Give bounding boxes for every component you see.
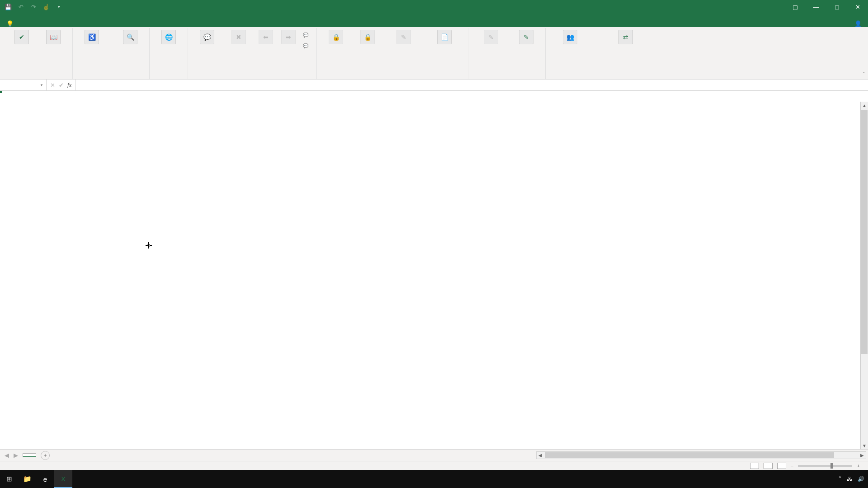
- next-sheet-icon[interactable]: ▶: [14, 452, 18, 459]
- quick-access-toolbar: 💾 ↶ ↷ ☝ ▾: [0, 2, 63, 11]
- horizontal-scrollbar[interactable]: ◀ ▶: [536, 451, 866, 459]
- hide-ink-button[interactable]: ✎: [511, 28, 542, 46]
- redo-icon[interactable]: ↷: [29, 2, 38, 11]
- compare-workbooks-button[interactable]: ⇄: [592, 28, 660, 46]
- start-button[interactable]: ⊞: [0, 470, 18, 488]
- normal-view-button[interactable]: [750, 463, 759, 469]
- scroll-thumb[interactable]: [545, 452, 834, 458]
- unshare-workbook-button[interactable]: 📄: [425, 28, 464, 46]
- spelling-button[interactable]: ✔: [6, 28, 37, 46]
- spreadsheet-grid[interactable]: ▲ ▼: [0, 91, 868, 449]
- cancel-icon: ✕: [50, 82, 55, 89]
- status-bar: − +: [0, 461, 868, 470]
- protect-sheet-button: 🔒: [321, 28, 351, 46]
- allow-edit-ranges-button: ✎: [384, 28, 424, 46]
- formula-input[interactable]: [75, 80, 868, 90]
- smart-lookup-button[interactable]: 🔍: [115, 28, 146, 46]
- page-break-button[interactable]: [777, 463, 786, 469]
- next-comment-button: ➡: [278, 28, 299, 46]
- name-box[interactable]: ▼: [0, 80, 47, 90]
- tray-chevron-icon[interactable]: ˄: [839, 476, 841, 482]
- enter-icon: ✔: [59, 82, 64, 89]
- toggle-comment-button: 💬: [300, 30, 313, 40]
- scroll-right-icon[interactable]: ▶: [859, 453, 866, 458]
- edge-icon[interactable]: e: [36, 470, 54, 488]
- start-ink-button: ✎: [472, 28, 510, 46]
- chevron-down-icon: ▼: [40, 83, 43, 87]
- delete-comment-button: ✖: [223, 28, 254, 46]
- zoom-out-button[interactable]: −: [791, 463, 794, 469]
- page-layout-button[interactable]: [764, 463, 773, 469]
- collapse-ribbon-icon[interactable]: ˄: [863, 71, 865, 77]
- sheet-tab-active[interactable]: [23, 453, 36, 457]
- share-icon: 👤: [854, 20, 862, 27]
- prev-comment-button: ⬅: [255, 28, 277, 46]
- ribbon: ✔ 📖 ♿ 🔍 🌐 💬 ✖ ⬅ ➡ 💬 💬: [0, 27, 868, 80]
- scroll-thumb[interactable]: [861, 110, 868, 354]
- new-comment-button[interactable]: 💬: [192, 28, 222, 46]
- close-button[interactable]: ✕: [847, 0, 868, 14]
- prev-sheet-icon[interactable]: ◀: [5, 452, 9, 459]
- title-bar: 💾 ↶ ↷ ☝ ▾ ▢ — ◻ ✕: [0, 0, 868, 14]
- save-icon[interactable]: 💾: [4, 2, 13, 11]
- sound-icon[interactable]: 🔊: [858, 476, 864, 482]
- zoom-slider[interactable]: [798, 465, 852, 467]
- touch-icon[interactable]: ☝: [42, 2, 51, 11]
- minimize-button[interactable]: —: [806, 0, 826, 14]
- cell-selection: [0, 91, 2, 93]
- formula-bar: ▼ ✕ ✔ fx: [0, 80, 868, 91]
- file-explorer-icon[interactable]: 📁: [18, 470, 36, 488]
- vertical-scrollbar[interactable]: ▲ ▼: [860, 102, 868, 449]
- scroll-down-icon[interactable]: ▼: [862, 442, 867, 449]
- taskbar: ⊞ 📁 e X ˄ 🖧 🔊: [0, 470, 868, 488]
- protect-workbook-button: 🔒: [352, 28, 383, 46]
- scroll-up-icon[interactable]: ▲: [862, 102, 867, 109]
- thesaurus-button[interactable]: 📖: [38, 28, 69, 46]
- network-icon[interactable]: 🖧: [847, 476, 852, 482]
- lightbulb-icon: 💡: [6, 20, 14, 27]
- cursor-cross-icon: [146, 242, 152, 249]
- ribbon-tabs: 💡 👤: [0, 14, 868, 27]
- scroll-left-icon[interactable]: ◀: [537, 453, 544, 458]
- ribbon-display-icon[interactable]: ▢: [785, 0, 806, 14]
- excel-taskbar-icon[interactable]: X: [54, 470, 72, 488]
- fx-icon[interactable]: fx: [67, 81, 71, 89]
- share-legacy-button[interactable]: 👥: [549, 28, 591, 46]
- search-control[interactable]: 💡: [2, 20, 15, 27]
- add-sheet-button[interactable]: +: [41, 451, 50, 460]
- zoom-in-button[interactable]: +: [857, 463, 860, 469]
- show-all-comments-button[interactable]: 💬: [300, 41, 313, 51]
- maximize-button[interactable]: ◻: [826, 0, 847, 14]
- translate-button[interactable]: 🌐: [153, 28, 184, 46]
- undo-icon[interactable]: ↶: [16, 2, 25, 11]
- qat-more-icon[interactable]: ▾: [54, 2, 63, 11]
- sheet-tabs-bar: ◀ ▶ + ◀ ▶: [0, 449, 868, 461]
- accessibility-button[interactable]: ♿: [76, 28, 107, 46]
